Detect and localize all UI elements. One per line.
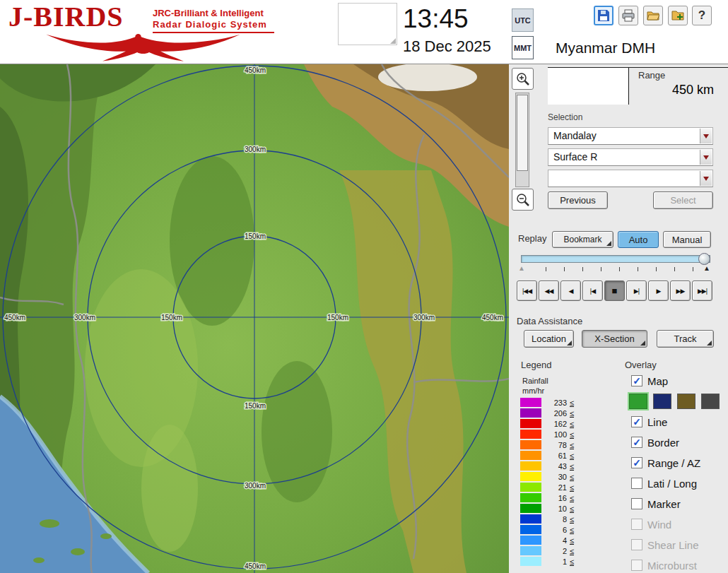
legend-row: 2≤ bbox=[517, 546, 574, 555]
fast-forward-button[interactable]: ▶▶ bbox=[670, 280, 691, 301]
radar-map[interactable]: 450km 300km 150km 150km 300km 450km 450k… bbox=[0, 64, 509, 573]
map-style-navy-swatch[interactable] bbox=[653, 394, 671, 409]
site-dropdown-arrow[interactable] bbox=[700, 129, 712, 143]
legend-row: 78≤ bbox=[517, 440, 574, 449]
range-label: Range bbox=[638, 70, 665, 81]
replay-timeline-thumb[interactable] bbox=[698, 253, 710, 265]
help-button[interactable]: ? bbox=[692, 6, 712, 25]
line-checkbox[interactable]: ✓ bbox=[631, 416, 642, 427]
legend-color-bar bbox=[520, 440, 541, 449]
track-button[interactable]: Track bbox=[657, 330, 714, 348]
x-section-button[interactable]: X-Section bbox=[582, 330, 647, 348]
map-style-olive-swatch[interactable] bbox=[677, 394, 695, 409]
extra-dropdown[interactable] bbox=[548, 170, 713, 187]
stop-button[interactable]: ■ bbox=[604, 280, 625, 301]
ring-label: 300km bbox=[245, 482, 266, 490]
marker-checkbox[interactable] bbox=[631, 498, 642, 509]
overlay-item-label: Shear Line bbox=[647, 539, 699, 551]
legend-row: 21≤ bbox=[517, 483, 574, 492]
legend-color-bar bbox=[520, 430, 541, 439]
product-dropdown[interactable]: Surface R bbox=[548, 148, 713, 166]
legend-lte: ≤ bbox=[570, 536, 574, 545]
border-checkbox[interactable]: ✓ bbox=[631, 437, 642, 448]
manual-mode-button[interactable]: Manual bbox=[663, 231, 711, 248]
overlay-label: Overlay bbox=[625, 360, 657, 370]
map-style-green-swatch[interactable] bbox=[629, 394, 647, 409]
ring-label: 150km bbox=[327, 314, 348, 321]
previous-button[interactable]: Previous bbox=[548, 191, 608, 209]
legend-lte: ≤ bbox=[570, 451, 574, 460]
auto-mode-button[interactable]: Auto bbox=[618, 231, 659, 248]
chevron-down-icon bbox=[703, 177, 709, 184]
legend-row: 100≤ bbox=[517, 430, 574, 439]
zoom-in-button[interactable] bbox=[512, 68, 534, 90]
legend-value: 6 bbox=[546, 526, 567, 534]
map-checkbox[interactable]: ✓ bbox=[631, 375, 642, 386]
save-button[interactable] bbox=[594, 6, 613, 25]
legend-value: 162 bbox=[546, 420, 567, 428]
legend-row: 61≤ bbox=[517, 451, 574, 460]
island-3 bbox=[100, 533, 112, 539]
overlay-item-wind: Wind bbox=[625, 516, 728, 532]
step-forward-button[interactable]: ▶| bbox=[626, 280, 647, 301]
lati-long-checkbox[interactable] bbox=[631, 478, 642, 489]
overlay-item-lati-long: Lati / Long bbox=[625, 475, 728, 491]
replay-label: Replay bbox=[518, 233, 546, 244]
range-blank-box bbox=[548, 68, 628, 105]
legend-color-bar bbox=[520, 398, 541, 407]
extra-dropdown-arrow[interactable] bbox=[700, 171, 712, 186]
timezone-mmt-button[interactable]: MMT bbox=[512, 36, 534, 59]
overlay-item-label[interactable]: Border bbox=[647, 437, 679, 449]
legend-value: 16 bbox=[546, 494, 567, 502]
clock-date: 18 Dec 2025 bbox=[403, 37, 491, 56]
overlay-item-range-az: ✓ Range / AZ bbox=[625, 455, 728, 471]
legend-lte: ≤ bbox=[570, 409, 574, 418]
legend-value: 206 bbox=[546, 409, 567, 418]
overlay-item-label[interactable]: Marker bbox=[647, 498, 681, 510]
ring-label: 450km bbox=[245, 562, 266, 570]
product-dropdown-arrow[interactable] bbox=[700, 150, 712, 165]
skip-to-start-button[interactable]: |◀◀ bbox=[517, 280, 537, 301]
export-button[interactable] bbox=[668, 6, 688, 25]
location-button[interactable]: Location bbox=[524, 330, 574, 348]
legend-value: 2 bbox=[546, 547, 567, 555]
legend-lte: ≤ bbox=[570, 398, 574, 407]
timeline-ticks bbox=[546, 267, 695, 271]
overlay-item-label[interactable]: Range / AZ bbox=[647, 457, 700, 469]
legend-row: 233≤ bbox=[517, 398, 574, 407]
timezone-utc-button[interactable]: UTC bbox=[512, 8, 534, 32]
fast-rewind-button[interactable]: ◀◀ bbox=[539, 280, 559, 301]
reverse-play-button[interactable]: ◀ bbox=[560, 280, 581, 301]
site-dropdown[interactable]: Mandalay bbox=[548, 127, 713, 145]
overlay-item-label[interactable]: Lati / Long bbox=[647, 478, 697, 490]
range-az-checkbox[interactable]: ✓ bbox=[631, 457, 642, 468]
bookmark-button[interactable]: Bookmark bbox=[552, 231, 613, 248]
legend-color-bar bbox=[520, 525, 541, 534]
overlay-item-label[interactable]: Map bbox=[647, 375, 668, 387]
overlay-item-marker: Marker bbox=[625, 496, 728, 512]
play-button[interactable]: ▶ bbox=[648, 280, 669, 301]
zoom-slider-thumb[interactable] bbox=[517, 95, 528, 171]
print-button[interactable] bbox=[618, 6, 638, 25]
replay-timeline-track[interactable] bbox=[521, 255, 710, 263]
step-back-button[interactable]: |◀ bbox=[582, 280, 603, 301]
open-folder-button[interactable] bbox=[643, 6, 663, 25]
zoom-slider[interactable] bbox=[515, 93, 529, 187]
overlay-item-label: Microburst bbox=[647, 560, 697, 572]
legend-color-bar bbox=[520, 493, 541, 502]
legend-unit-line1: Rainfall bbox=[522, 377, 548, 385]
magnifier-plus-icon bbox=[516, 72, 530, 86]
select-button[interactable]: Select bbox=[653, 191, 713, 209]
overlay-item-border: ✓ Border bbox=[625, 435, 728, 450]
overlay-item-label[interactable]: Line bbox=[647, 416, 667, 428]
map-style-gray-swatch[interactable] bbox=[701, 394, 720, 409]
legend-row: 43≤ bbox=[517, 461, 574, 471]
app-logo-subtitle-1: JRC-Brilliant & Intelligent bbox=[153, 8, 264, 18]
app-logo-title: J-BIRDS bbox=[8, 0, 124, 33]
ring-label: 150km bbox=[161, 314, 182, 321]
zoom-out-button[interactable] bbox=[512, 189, 534, 211]
ring-label: 450km bbox=[482, 314, 503, 321]
legend-color-bar bbox=[520, 451, 541, 460]
legend-color-bar bbox=[520, 536, 541, 545]
skip-to-end-button[interactable]: ▶▶| bbox=[692, 280, 712, 301]
